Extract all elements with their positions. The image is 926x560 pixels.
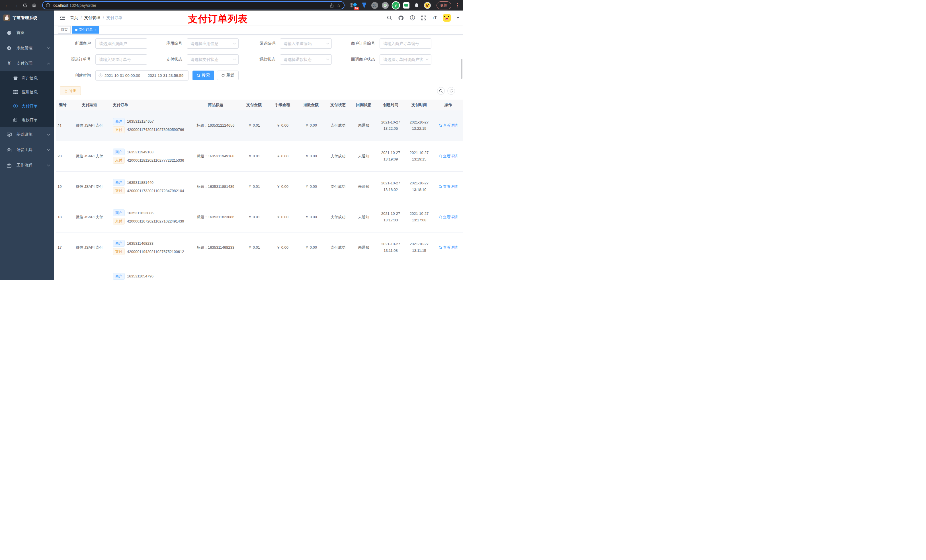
- channel-order-no-input[interactable]: [95, 54, 147, 65]
- avatar-caret-icon[interactable]: [457, 17, 459, 20]
- refresh-table-icon[interactable]: [447, 87, 455, 95]
- extension-command-icon[interactable]: ⌘: [371, 2, 378, 9]
- reset-button[interactable]: 重置: [217, 71, 239, 80]
- table-row-partial[interactable]: 商户1635311054796: [56, 263, 463, 280]
- breadcrumb-pay-manage[interactable]: 支付管理: [84, 15, 100, 21]
- tags-view-bar: 首页 支付订单 ×: [54, 25, 463, 35]
- app-select[interactable]: [187, 38, 239, 49]
- col-refund: 退款金额: [297, 100, 325, 110]
- view-detail-link[interactable]: 查看详情: [439, 245, 458, 250]
- filter-merchant-order-no: 商户订单编号: [332, 38, 431, 49]
- cell-pay-time: 2021-10-2713:18:10: [405, 171, 433, 202]
- merchant-order-no-input[interactable]: [380, 38, 431, 49]
- github-icon[interactable]: [398, 15, 404, 21]
- date-range-picker[interactable]: 2021-10-01 00:00:00 - 2021-10-31 23:59:5…: [95, 70, 189, 80]
- sidebar-item-workflow[interactable]: 工作流程: [0, 158, 54, 173]
- table-row[interactable]: 17 微信 JSAPI 支付 商户1635311468233 支付4200001…: [56, 232, 463, 263]
- cell-title: 标题：1635311949168: [191, 141, 240, 171]
- extension-record-icon[interactable]: [382, 2, 389, 9]
- sidebar-item-pay[interactable]: ¥ 支付管理: [0, 56, 54, 71]
- filter-channel-code: 渠道编码: [239, 38, 332, 49]
- cell-fee: ￥ 0.00: [268, 141, 297, 171]
- extension-badge: 10: [354, 7, 359, 10]
- cell-notify: 未通知: [351, 141, 377, 171]
- sidebar-item-label: 应用信息: [22, 90, 38, 95]
- fullscreen-icon[interactable]: [421, 15, 426, 21]
- view-detail-link[interactable]: 查看详情: [439, 154, 458, 159]
- cell-pay-time: 2021-10-2713:11:15: [405, 232, 433, 263]
- extension-kite-icon[interactable]: [361, 2, 368, 9]
- site-info-icon[interactable]: [46, 3, 50, 8]
- browser-menu-icon[interactable]: [455, 2, 460, 9]
- show-search-icon[interactable]: [437, 87, 445, 95]
- view-detail-link[interactable]: 查看详情: [439, 123, 458, 128]
- extension-diamond-icon[interactable]: 10: [350, 2, 357, 9]
- chevron-down-icon: [47, 165, 50, 166]
- page-scrollbar[interactable]: [461, 59, 462, 79]
- table-row[interactable]: 20 微信 JSAPI 支付 商户1635311949168 支付4200001…: [56, 141, 463, 171]
- extensions-puzzle-icon[interactable]: [413, 2, 420, 9]
- merchant-input[interactable]: [95, 38, 147, 49]
- browser-profile-avatar[interactable]: [424, 2, 431, 9]
- table-row[interactable]: 21 微信 JSAPI 支付 商户1635312124657 支付4200001…: [56, 110, 463, 141]
- export-button[interactable]: 导出: [60, 86, 81, 95]
- reload-icon[interactable]: [21, 2, 29, 9]
- pay-tag: 支付: [113, 157, 125, 164]
- browser-update-button[interactable]: 更新: [437, 2, 451, 9]
- sidebar-item-dev-tools[interactable]: 研发工具: [0, 142, 54, 158]
- sidebar-item-merchant-info[interactable]: 商户信息: [0, 71, 54, 85]
- address-bar[interactable]: localhost:1024/pay/order ☆: [42, 1, 345, 9]
- user-avatar[interactable]: [443, 14, 451, 22]
- filter-label: 渠道编码: [239, 41, 280, 46]
- tag-pay-order[interactable]: 支付订单 ×: [72, 26, 99, 33]
- cell-title: 标题：1635311823086: [191, 202, 240, 232]
- col-pay-time: 支付时间: [405, 100, 433, 110]
- search-button[interactable]: 搜索: [192, 71, 214, 80]
- bookmark-star-icon[interactable]: ☆: [337, 3, 340, 8]
- cell-amount: ￥ 0.01: [240, 232, 268, 263]
- sidebar-item-home[interactable]: 首页: [0, 25, 54, 41]
- cell-refund: ￥ 0.00: [297, 141, 325, 171]
- col-notify: 回调状态: [351, 100, 377, 110]
- view-detail-link[interactable]: 查看详情: [439, 214, 458, 220]
- back-icon[interactable]: ←: [3, 2, 11, 9]
- refund-status-select[interactable]: [280, 54, 332, 65]
- sidebar-item-system[interactable]: 系统管理: [0, 41, 54, 56]
- forward-icon[interactable]: →: [12, 2, 20, 9]
- col-actions: 操作: [433, 100, 463, 110]
- filter-label: 应用编号: [147, 41, 187, 46]
- cell-notify: 未通知: [351, 171, 377, 202]
- cell-id: 21: [56, 110, 70, 141]
- pay-tag: 支付: [113, 218, 125, 225]
- sidebar-item-label: 研发工具: [17, 147, 47, 152]
- sidebar-item-pay-order[interactable]: ¥ 支付订单: [0, 99, 54, 113]
- tag-close-icon[interactable]: ×: [95, 28, 96, 32]
- pay-status-select[interactable]: [187, 54, 239, 65]
- view-detail-link[interactable]: 查看详情: [439, 184, 458, 189]
- sidebar-item-infra[interactable]: 基础设施: [0, 127, 54, 142]
- sidebar-item-app-info[interactable]: 应用信息: [0, 85, 54, 99]
- extension-chat-icon[interactable]: [403, 2, 410, 9]
- help-icon[interactable]: ?: [410, 15, 415, 21]
- cell-channel: 微信 JSAPI 支付: [70, 110, 109, 141]
- filter-refund-status: 退款状态: [239, 54, 332, 65]
- search-icon[interactable]: [387, 15, 392, 21]
- breadcrumb-home[interactable]: 首页: [70, 15, 78, 21]
- tag-home[interactable]: 首页: [58, 26, 71, 33]
- channel-code-select[interactable]: [280, 38, 332, 49]
- sidebar-item-refund-order[interactable]: 退款订单: [0, 113, 54, 127]
- cell-notify: 未通知: [351, 202, 377, 232]
- app-logo[interactable]: 芋道管理系统: [0, 11, 54, 25]
- font-size-icon[interactable]: TT: [432, 15, 437, 21]
- logo-avatar: [3, 15, 10, 21]
- sidebar-collapse-icon[interactable]: [58, 14, 67, 22]
- share-icon[interactable]: [330, 3, 334, 8]
- table-row[interactable]: 19 微信 JSAPI 支付 商户1635311881440 支付4200001…: [56, 171, 463, 202]
- notify-status-select[interactable]: [380, 54, 431, 65]
- chevron-down-icon: [47, 134, 50, 136]
- home-icon[interactable]: [30, 2, 37, 9]
- date-separator: -: [142, 73, 146, 78]
- extension-y-icon[interactable]: y: [392, 2, 399, 9]
- merchant-tag: 商户: [113, 118, 125, 125]
- table-row[interactable]: 18 微信 JSAPI 支付 商户1635311823086 支付4200001…: [56, 202, 463, 232]
